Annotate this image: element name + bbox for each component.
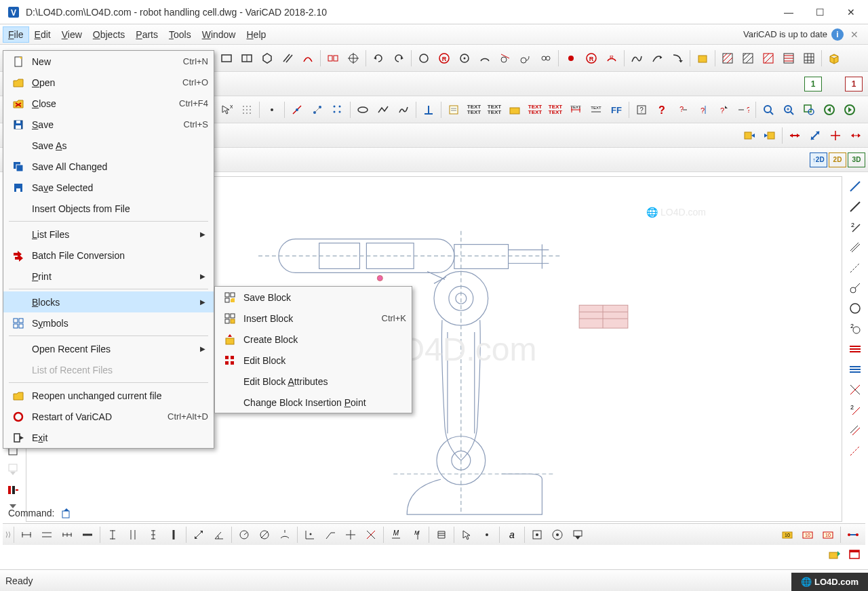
box3d-icon[interactable]: [825, 49, 844, 68]
split-rect-icon[interactable]: [237, 49, 256, 68]
dim-chain-icon[interactable]: [58, 525, 77, 544]
zoom-fit-icon[interactable]: [759, 100, 778, 119]
diag-2-icon[interactable]: 2: [845, 400, 865, 420]
italic-a-icon[interactable]: a: [502, 525, 521, 544]
thread-icon[interactable]: [432, 525, 451, 544]
box10-2-icon[interactable]: 10: [798, 525, 817, 544]
coord-icon[interactable]: [300, 525, 319, 544]
menu-exit[interactable]: Exit: [3, 427, 214, 448]
mode-2d-button[interactable]: ↑2D: [810, 152, 827, 167]
text-tool-icon[interactable]: TEXTTEXT: [465, 100, 484, 119]
pointer-icon[interactable]: [457, 525, 476, 544]
window-red-icon[interactable]: [845, 545, 864, 564]
submenu-edit-block-attrs[interactable]: Edit Block Attributes: [215, 371, 412, 392]
perp-icon[interactable]: [419, 100, 438, 119]
menu-edit[interactable]: Edit: [29, 26, 56, 43]
dark-line-icon[interactable]: [845, 197, 865, 217]
minimize-button[interactable]: —: [773, 1, 804, 23]
rotate-left-icon[interactable]: [369, 49, 388, 68]
tangent-icon[interactable]: [496, 49, 515, 68]
red-arrows-icon[interactable]: [826, 126, 845, 145]
circle-center-icon[interactable]: [455, 49, 474, 68]
circle-2-icon[interactable]: 2: [845, 319, 865, 339]
polyline-icon[interactable]: [374, 100, 393, 119]
dim-rad-icon[interactable]: [235, 525, 254, 544]
hatch-blue-icon[interactable]: [845, 359, 865, 380]
text-red2-icon[interactable]: TEXTTEXT: [546, 100, 565, 119]
curve-right-icon[interactable]: [648, 49, 667, 68]
dim-text-icon[interactable]: TEXT: [587, 100, 606, 119]
help-arrow-icon[interactable]: ?: [713, 100, 732, 119]
ff-icon[interactable]: FF: [607, 100, 626, 119]
dim-cross2-icon[interactable]: [361, 525, 380, 544]
circle-dot-icon[interactable]: [548, 525, 567, 544]
submenu-create-block[interactable]: Create Block: [215, 329, 412, 350]
box-arrow-down-icon[interactable]: [568, 525, 587, 544]
menu-save[interactable]: Save Ctrl+S: [3, 114, 214, 135]
red-bars-icon[interactable]: [3, 480, 23, 500]
close-window-button[interactable]: ✕: [835, 1, 867, 23]
help-dim-icon[interactable]: ?: [673, 100, 692, 119]
zoom-next-icon[interactable]: [840, 100, 859, 119]
folder-arrow-icon[interactable]: [825, 545, 844, 564]
snap-points-icon[interactable]: [308, 100, 327, 119]
fillet-icon[interactable]: [516, 49, 535, 68]
box-arrow1-icon[interactable]: [740, 126, 759, 145]
m-arrow-icon[interactable]: M: [387, 525, 406, 544]
box-arrow2-icon[interactable]: [760, 126, 779, 145]
window-split-icon[interactable]: [323, 49, 342, 68]
menu-save-all[interactable]: Save All Changed: [3, 156, 214, 177]
hatch2-icon[interactable]: [738, 49, 757, 68]
menu-list-files[interactable]: List Files ▶: [3, 224, 214, 245]
zoom-window-icon[interactable]: [800, 100, 818, 119]
help-box-icon[interactable]: ?: [632, 100, 651, 119]
rectangle-icon[interactable]: [217, 49, 236, 68]
help-line-icon[interactable]: ?: [734, 100, 753, 119]
hatch1-icon[interactable]: [718, 49, 737, 68]
menu-save-selected[interactable]: Save Selected: [3, 177, 214, 198]
menu-reopen[interactable]: Reopen unchanged current file: [3, 385, 214, 406]
dim-v-icon[interactable]: [103, 525, 122, 544]
menu-window[interactable]: Window: [197, 26, 241, 43]
dim-dia-icon[interactable]: [255, 525, 274, 544]
dim-arc-icon[interactable]: [275, 525, 294, 544]
double-diag-icon[interactable]: [845, 420, 865, 441]
badge-1b[interactable]: 1: [845, 77, 863, 91]
ellipse-icon[interactable]: [353, 100, 372, 119]
box-yellow-icon[interactable]: [693, 49, 712, 68]
cursor-xy-icon[interactable]: X: [217, 100, 236, 119]
zoom-prev-icon[interactable]: [820, 100, 839, 119]
expand-icon[interactable]: [846, 126, 865, 145]
dots-grid-icon[interactable]: [237, 100, 256, 119]
menu-file[interactable]: File: [3, 26, 29, 43]
dim-h2-icon[interactable]: [17, 525, 36, 544]
notes-icon[interactable]: [444, 100, 463, 119]
menu-view[interactable]: View: [56, 26, 87, 43]
spline-icon[interactable]: [627, 49, 646, 68]
circle-r-icon[interactable]: R: [435, 49, 454, 68]
parallel-lines-icon[interactable]: [278, 49, 297, 68]
hatch4-icon[interactable]: [779, 49, 798, 68]
dim-angle-icon[interactable]: [210, 525, 229, 544]
down-arrow-box-icon[interactable]: [3, 460, 23, 480]
menu-help[interactable]: Help: [241, 26, 271, 43]
help-up-icon[interactable]: ?: [693, 100, 712, 119]
folder-text-icon[interactable]: [505, 100, 524, 119]
edit-line-icon[interactable]: [844, 525, 863, 544]
submenu-change-insertion-point[interactable]: Change Block Insertion Point: [215, 392, 412, 413]
menu-save-as[interactable]: Save As: [3, 135, 214, 156]
menu-blocks[interactable]: Blocks ▶: [3, 291, 214, 312]
command-input-icon[interactable]: [58, 505, 75, 521]
chain-icon[interactable]: [536, 49, 555, 68]
menu-open-recent[interactable]: Open Recent Files ▶: [3, 338, 214, 359]
rotate-right-icon[interactable]: [389, 49, 408, 68]
hatch3-icon[interactable]: [759, 49, 778, 68]
snap-grid-icon[interactable]: [328, 100, 347, 119]
arc-seg-icon[interactable]: [394, 100, 413, 119]
lines-3-icon[interactable]: [845, 237, 865, 258]
mode-3d-button[interactable]: 3D: [848, 152, 865, 167]
dim-v2-icon[interactable]: [123, 525, 142, 544]
line-2-icon[interactable]: 2: [845, 217, 865, 237]
dim-diag-icon[interactable]: [189, 525, 208, 544]
grid-icon[interactable]: [800, 49, 818, 68]
